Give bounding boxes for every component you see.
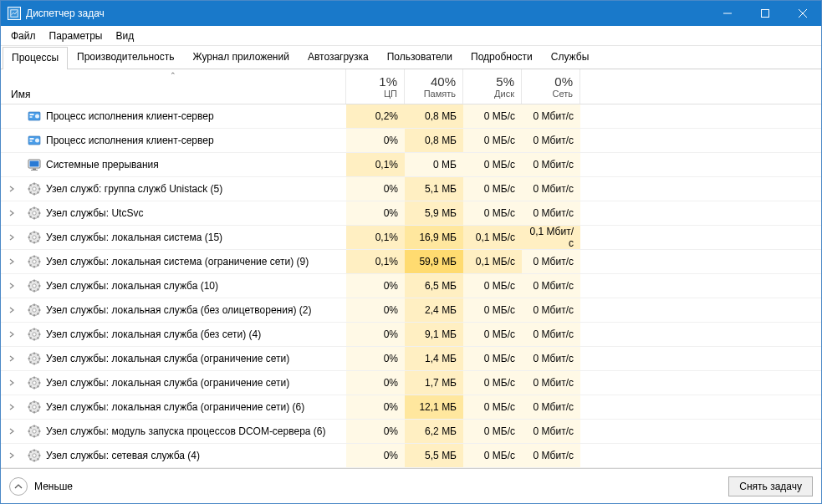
svg-rect-6 xyxy=(30,114,34,115)
table-row[interactable]: Узел службы: сетевая служба (4)0%5,5 МБ0… xyxy=(1,444,821,468)
expand-icon[interactable] xyxy=(6,353,18,364)
chevron-up-icon xyxy=(9,477,28,496)
expand-icon[interactable] xyxy=(6,256,18,267)
column-header-disk[interactable]: 5% Диск xyxy=(463,69,522,104)
expand-icon[interactable] xyxy=(6,328,18,340)
tab-app-history[interactable]: Журнал приложений xyxy=(184,46,299,69)
svg-rect-7 xyxy=(30,116,33,118)
table-row[interactable]: Процесс исполнения клиент-сервер0,2%0,8 … xyxy=(1,104,821,129)
cell-cpu: 0% xyxy=(346,129,405,152)
process-name: Узел службы: UtcSvc xyxy=(46,207,143,219)
cell-disk: 0 МБ/с xyxy=(463,395,522,419)
cell-cpu: 0% xyxy=(346,177,405,201)
expand-icon[interactable] xyxy=(6,377,18,389)
cell-disk: 0 МБ/с xyxy=(463,153,522,176)
menu-options[interactable]: Параметры xyxy=(43,28,110,44)
cs-icon xyxy=(28,134,41,147)
tab-details[interactable]: Подробности xyxy=(462,46,542,69)
close-button[interactable] xyxy=(784,1,821,26)
cell-net: 0 Мбит/с xyxy=(522,347,580,370)
expand-icon[interactable] xyxy=(6,304,18,316)
gear-icon xyxy=(28,400,41,414)
cell-net: 0,1 Мбит/с xyxy=(522,226,580,249)
table-header: ⌃ Имя 1% ЦП 40% Память 5% Диск 0% Сеть xyxy=(1,69,821,104)
cell-cpu: 0% xyxy=(346,201,405,225)
tab-performance[interactable]: Производительность xyxy=(68,46,183,69)
expand-icon[interactable] xyxy=(6,232,18,243)
tabbar: Процессы Производительность Журнал прило… xyxy=(1,46,821,69)
column-header-name[interactable]: ⌃ Имя xyxy=(1,69,346,104)
table-row[interactable]: Узел служб: группа служб Unistack (5)0%5… xyxy=(1,177,821,201)
memory-usage-pct: 40% xyxy=(431,74,456,89)
svg-point-118 xyxy=(33,430,36,433)
column-header-memory[interactable]: 40% Память xyxy=(405,69,463,104)
cell-cpu: 0% xyxy=(346,395,405,419)
cpu-usage-pct: 1% xyxy=(379,74,397,89)
cell-cpu: 0% xyxy=(346,347,405,370)
expand-icon[interactable] xyxy=(6,450,18,461)
tab-startup[interactable]: Автозагрузка xyxy=(299,46,378,69)
menu-file[interactable]: Файл xyxy=(4,28,43,44)
process-name: Узел службы: локальная служба (без олице… xyxy=(46,304,311,316)
cell-net: 0 Мбит/с xyxy=(522,420,580,443)
cell-cpu: 0% xyxy=(346,420,405,443)
cell-mem: 5,9 МБ xyxy=(405,201,463,225)
expand-icon[interactable] xyxy=(6,401,18,413)
svg-point-8 xyxy=(35,115,39,119)
network-usage-pct: 0% xyxy=(554,74,573,89)
expand-icon[interactable] xyxy=(6,280,18,292)
process-name-cell: Узел службы: локальная служба (ограничен… xyxy=(1,352,346,365)
table-row[interactable]: Узел службы: локальная служба (ограничен… xyxy=(1,371,821,395)
column-header-network[interactable]: 0% Сеть xyxy=(522,69,580,104)
minimize-button[interactable] xyxy=(708,1,746,26)
tab-services[interactable]: Службы xyxy=(542,46,598,69)
cell-cpu: 0,1% xyxy=(346,226,405,249)
tab-users[interactable]: Пользователи xyxy=(378,46,462,69)
process-name: Узел службы: модуль запуска процессов DC… xyxy=(46,425,325,437)
column-header-cpu[interactable]: 1% ЦП xyxy=(346,69,405,104)
process-name: Узел службы: локальная служба (ограничен… xyxy=(46,401,304,413)
tab-processes[interactable]: Процессы xyxy=(3,47,68,69)
cell-net: 0 Мбит/с xyxy=(522,298,580,322)
titlebar[interactable]: Диспетчер задач xyxy=(1,1,821,26)
gear-icon xyxy=(28,376,41,389)
task-manager-window: Диспетчер задач Файл Параметры Вид Проце… xyxy=(0,0,822,504)
table-row[interactable]: Процесс исполнения клиент-сервер0%0,8 МБ… xyxy=(1,129,821,153)
cell-disk: 0 МБ/с xyxy=(463,444,522,467)
table-row[interactable]: Узел службы: локальная служба (без сети)… xyxy=(1,323,821,347)
expand-icon[interactable] xyxy=(6,425,18,437)
cell-disk: 0 МБ/с xyxy=(463,274,522,298)
svg-point-58 xyxy=(33,284,36,288)
gear-icon xyxy=(28,206,41,220)
svg-point-108 xyxy=(33,405,36,409)
fewer-details-button[interactable]: Меньше xyxy=(9,477,73,496)
process-list[interactable]: Процесс исполнения клиент-сервер0,2%0,8 … xyxy=(1,104,821,468)
maximize-button[interactable] xyxy=(746,1,784,26)
cell-disk: 0,1 МБ/с xyxy=(463,250,522,273)
table-row[interactable]: Узел службы: локальная служба (ограничен… xyxy=(1,347,821,371)
table-row[interactable]: Узел службы: локальная система (ограниче… xyxy=(1,250,821,274)
svg-rect-2 xyxy=(761,10,768,18)
expand-icon[interactable] xyxy=(6,183,18,195)
table-row[interactable]: Узел службы: локальная служба (ограничен… xyxy=(1,395,821,420)
process-name-cell: Узел службы: локальная служба (без сети)… xyxy=(1,328,346,341)
cell-mem: 59,9 МБ xyxy=(405,250,463,273)
process-name-cell: Узел службы: локальная служба (без олице… xyxy=(1,303,346,317)
sys-icon xyxy=(28,158,41,171)
cell-mem: 12,1 МБ xyxy=(405,395,463,419)
gear-icon xyxy=(28,328,41,341)
cell-net: 0 Мбит/с xyxy=(522,153,580,176)
cell-cpu: 0% xyxy=(346,298,405,322)
table-row[interactable]: Узел службы: локальная служба (10)0%6,5 … xyxy=(1,274,821,298)
table-row[interactable]: Узел службы: модуль запуска процессов DC… xyxy=(1,420,821,444)
cell-disk: 0 МБ/с xyxy=(463,347,522,370)
cell-disk: 0 МБ/с xyxy=(463,177,522,201)
menu-view[interactable]: Вид xyxy=(109,28,140,44)
expand-icon[interactable] xyxy=(6,207,18,219)
table-row[interactable]: Узел службы: локальная система (15)0,1%1… xyxy=(1,226,821,250)
table-row[interactable]: Узел службы: UtcSvc0%5,9 МБ0 МБ/с0 Мбит/… xyxy=(1,201,821,226)
table-row[interactable]: Узел службы: локальная служба (без олице… xyxy=(1,298,821,323)
end-task-button[interactable]: Снять задачу xyxy=(728,476,813,496)
table-row[interactable]: Системные прерывания0,1%0 МБ0 МБ/с0 Мбит… xyxy=(1,153,821,177)
cell-disk: 0 МБ/с xyxy=(463,371,522,395)
